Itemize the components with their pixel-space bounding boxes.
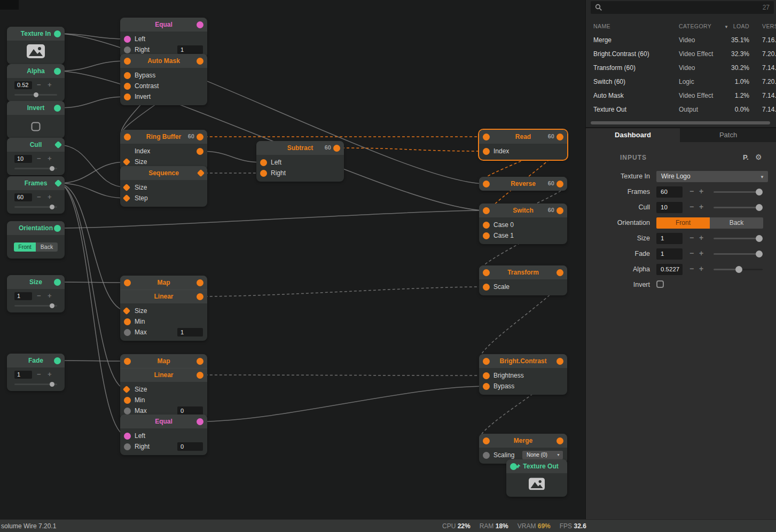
node-frames[interactable]: Frames60−+ xyxy=(7,176,65,214)
param-input-port[interactable] xyxy=(483,284,490,291)
output-port[interactable] xyxy=(556,437,563,444)
table-row[interactable]: Auto MaskVideo Effect1.2%7.14.0 xyxy=(586,92,776,100)
param-input-port[interactable] xyxy=(123,194,130,202)
wire-map-2-to-bright-contrast[interactable] xyxy=(200,375,486,375)
node-header[interactable]: Read60 xyxy=(479,130,567,144)
node-header[interactable]: Sequence xyxy=(120,166,207,180)
param-input-port[interactable] xyxy=(483,372,490,379)
column-version[interactable]: VERS. xyxy=(762,23,776,29)
node-slider[interactable] xyxy=(14,384,57,385)
slider-knob[interactable] xyxy=(50,205,54,209)
node-read[interactable]: Read60Index xyxy=(479,130,567,160)
node-header[interactable]: Equal xyxy=(120,414,207,428)
node-header[interactable]: Reverse60 xyxy=(479,177,567,191)
table-row[interactable]: Transform (60)Video30.2%7.14.0 xyxy=(586,64,776,73)
wire-alpha-to-auto-mask[interactable] xyxy=(58,61,127,71)
column-name[interactable]: NAME xyxy=(593,23,610,29)
node-param-row[interactable]: Bypass xyxy=(120,70,207,81)
input-port[interactable] xyxy=(483,134,490,140)
node-header[interactable]: Merge xyxy=(479,434,567,448)
node-header[interactable]: Map xyxy=(120,276,207,290)
input-value-field[interactable]: 1 xyxy=(656,233,683,244)
param-input-port[interactable] xyxy=(124,397,131,404)
node-value-field[interactable]: 1 xyxy=(14,371,32,379)
node-header[interactable]: Ring Buffer60 xyxy=(120,130,207,144)
wire-frames-to-ring-buffer[interactable] xyxy=(58,162,127,183)
output-port[interactable] xyxy=(54,179,62,187)
column-load[interactable]: LOAD xyxy=(714,23,749,29)
node-param-row[interactable]: Invert xyxy=(120,91,207,102)
param-value-field[interactable]: 0 xyxy=(177,406,203,415)
decrement-icon[interactable]: − xyxy=(37,154,41,162)
input-port[interactable] xyxy=(483,437,490,444)
node-ring-buffer[interactable]: Ring Buffer60IndexSize xyxy=(120,130,207,170)
increment-icon[interactable]: + xyxy=(699,187,703,195)
output-port[interactable] xyxy=(197,58,203,65)
output-port[interactable] xyxy=(197,279,203,286)
toggle-option-back[interactable]: Back xyxy=(36,242,58,252)
node-size[interactable]: Size1−+ xyxy=(7,275,65,312)
node-sequence[interactable]: SequenceSizeStep xyxy=(120,166,207,207)
node-auto-mask[interactable]: Auto MaskBypassContrastInvert xyxy=(120,54,207,105)
increment-icon[interactable]: + xyxy=(48,81,52,89)
output-port[interactable] xyxy=(556,358,563,365)
node-param-row[interactable]: Size xyxy=(120,157,207,167)
node-param-row[interactable]: Size xyxy=(120,306,207,316)
slider-knob[interactable] xyxy=(756,204,763,211)
output-port[interactable] xyxy=(556,207,563,214)
output-port[interactable] xyxy=(556,134,563,140)
slider-knob[interactable] xyxy=(756,235,763,242)
output-port[interactable] xyxy=(333,145,340,152)
node-value-field[interactable]: 10 xyxy=(14,155,32,163)
input-slider[interactable] xyxy=(714,191,763,193)
node-slider[interactable] xyxy=(14,206,57,208)
param-value-field[interactable]: 1 xyxy=(177,45,203,54)
node-value-field[interactable]: 1 xyxy=(14,292,32,300)
decrement-icon[interactable]: − xyxy=(37,292,41,300)
toggle-option-front[interactable]: Front xyxy=(656,217,710,229)
texture-source-dropdown[interactable]: Wire Logo▼ xyxy=(656,171,768,182)
output-port[interactable] xyxy=(54,105,61,112)
decrement-icon[interactable]: − xyxy=(689,233,694,242)
gear-icon[interactable]: ⚙ xyxy=(755,153,762,161)
pin-params-icon[interactable]: P. xyxy=(743,153,749,161)
param-input-port[interactable] xyxy=(123,386,130,393)
input-value-field[interactable]: 60 xyxy=(656,186,683,198)
node-param-row[interactable]: Max1 xyxy=(120,327,207,338)
node-header[interactable]: Bright.Contrast xyxy=(479,354,567,368)
toggle-option-back[interactable]: Back xyxy=(710,217,763,229)
node-map-2[interactable]: MapLinearSizeMinMax0 xyxy=(120,354,207,419)
param-input-port[interactable] xyxy=(123,307,130,315)
node-param-row[interactable]: Right0 xyxy=(120,441,207,452)
output-port[interactable] xyxy=(197,169,205,177)
input-port[interactable] xyxy=(124,134,131,140)
decrement-icon[interactable]: − xyxy=(37,81,41,89)
param-dropdown[interactable]: None (0)▼ xyxy=(522,451,563,459)
node-param-row[interactable]: Right1 xyxy=(120,44,207,55)
output-port[interactable] xyxy=(54,357,61,364)
column-category[interactable]: CATEGORY xyxy=(679,23,711,29)
node-param-row[interactable]: Step xyxy=(120,193,207,204)
node-param-row[interactable]: Size xyxy=(120,384,207,395)
node-header[interactable]: Cull xyxy=(7,138,65,152)
output-port[interactable] xyxy=(197,418,203,425)
decrement-icon[interactable]: − xyxy=(689,264,694,273)
increment-icon[interactable]: + xyxy=(48,370,52,378)
param-input-port[interactable] xyxy=(483,383,490,390)
input-slider[interactable] xyxy=(714,207,763,208)
horizontal-scrollbar[interactable] xyxy=(591,121,770,124)
node-param-row[interactable]: Index xyxy=(120,146,207,157)
node-bright-contrast[interactable]: Bright.ContrastBrightnessBypass xyxy=(479,354,567,395)
node-param-row[interactable]: Left xyxy=(120,34,207,44)
input-port[interactable] xyxy=(483,358,490,365)
node-param-row[interactable]: Size xyxy=(120,182,207,193)
param-input-port[interactable] xyxy=(124,46,131,53)
wire-frames-to-map-1[interactable] xyxy=(58,183,127,311)
wire-invert-to-auto-mask[interactable] xyxy=(58,97,127,108)
param-input-port[interactable] xyxy=(483,452,490,459)
decrement-icon[interactable]: − xyxy=(37,370,41,378)
node-param-row[interactable]: Brightness xyxy=(479,370,567,381)
decrement-icon[interactable]: − xyxy=(689,202,694,211)
increment-icon[interactable]: + xyxy=(48,154,52,162)
node-subtract[interactable]: Subtract60LeftRight xyxy=(256,141,344,182)
